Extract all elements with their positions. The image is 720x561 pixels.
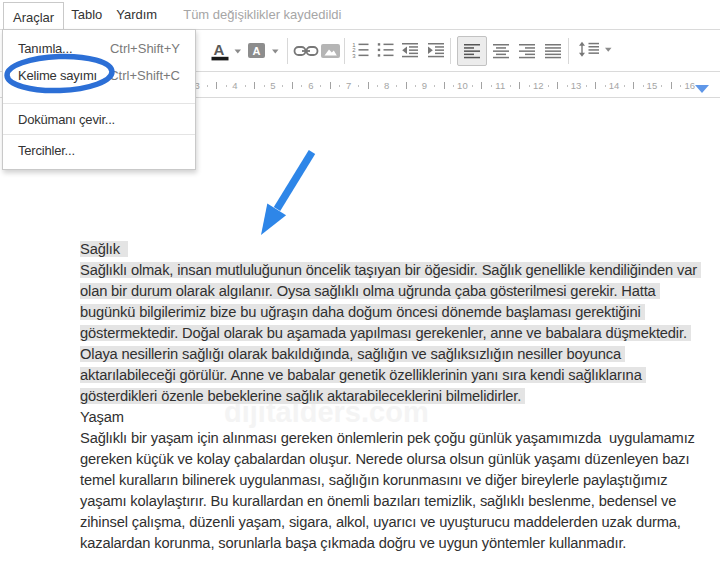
ruler-tick <box>595 82 596 89</box>
menu-item-kelime-sayimi[interactable]: Kelime sayımıCtrl+Shift+C <box>3 62 195 89</box>
ruler-number: 12 <box>528 81 548 91</box>
toolbar-separator <box>287 38 288 64</box>
menu-item-label: Tanımla... <box>18 41 72 56</box>
menu-bar: AraçlarTabloYardım Tüm değişiklikler kay… <box>0 0 720 29</box>
highlight-color-icon: A <box>245 40 281 62</box>
menu-item-label: Tercihler... <box>18 143 75 158</box>
text-line: gösterdikleri özenle bebeklerine sağlık … <box>80 386 701 407</box>
text-line: Sağlıklı olmak, insan mutluluğunun öncel… <box>80 260 701 281</box>
numbered-list-button[interactable]: 123 <box>351 41 370 60</box>
highlight-color-button[interactable]: A <box>245 40 281 62</box>
ruler-number: 15 <box>642 81 662 91</box>
ruler-number: 14 <box>604 81 624 91</box>
ruler-tick <box>330 82 331 89</box>
ruler-tick <box>444 82 445 89</box>
ruler-dot <box>510 85 511 87</box>
text-line: kazalardan korunma, sorunlarla başa çıkm… <box>80 533 701 554</box>
text-line: bugünkü bilgilerimiz bize bu uğraşın dah… <box>80 302 701 323</box>
ruler-dot <box>472 85 473 87</box>
ruler-tick <box>671 82 672 89</box>
align-center-icon <box>492 42 511 61</box>
ruler-dot <box>434 85 435 87</box>
ruler-number: 16 <box>680 81 700 91</box>
bulleted-list-icon <box>376 41 395 60</box>
svg-text:3: 3 <box>352 53 356 59</box>
ruler-tick <box>406 82 407 89</box>
ruler-number: 6 <box>301 81 321 91</box>
text-line: göstermektedir. Doğal olarak bu aşamada … <box>80 323 701 344</box>
ruler-number: 11 <box>490 81 510 91</box>
text-line: aktarılabileceği görülür. Anne ve babala… <box>80 365 701 386</box>
svg-text:A: A <box>214 41 225 58</box>
text-line: temel kuralların bilinerek uygulanması, … <box>80 470 701 491</box>
insert-link-button[interactable] <box>293 40 319 62</box>
ruler-number: 5 <box>263 81 283 91</box>
menu-tablo[interactable]: Tablo <box>64 0 109 29</box>
menu-item-tanimla[interactable]: Tanımla...Ctrl+Shift+Y <box>3 35 195 62</box>
text-line: Olaya nesillerin sağlığı olarak bakıldığ… <box>80 344 701 365</box>
ruler-tick <box>254 82 255 89</box>
ruler-dot <box>548 85 549 87</box>
increase-indent-button[interactable] <box>427 41 446 60</box>
tools-menu: Tanımla...Ctrl+Shift+YKelime sayımıCtrl+… <box>2 29 196 170</box>
text-line: yaşamı kolaylaştırır. Bu kurallardan en … <box>80 491 701 512</box>
document-text[interactable]: Sağlık Sağlıklı olmak, insan mutluluğunu… <box>80 239 701 554</box>
line-spacing-icon <box>578 40 612 59</box>
text-line: Sağlıklı bir yaşam için alınması gereken… <box>80 428 701 449</box>
text-color-button[interactable]: A <box>202 40 242 62</box>
ruler-tick <box>368 82 369 89</box>
ruler-dot <box>207 85 208 87</box>
ruler-dot <box>586 85 587 87</box>
toolbar-separator <box>450 38 451 64</box>
align-left-button[interactable] <box>457 36 487 66</box>
toolbar-separator <box>344 38 345 64</box>
insert-image-button[interactable] <box>320 40 342 62</box>
increase-indent-icon <box>427 41 446 60</box>
arrow-annotation <box>261 152 312 235</box>
ruler-dot <box>358 85 359 87</box>
ruler-dot <box>396 85 397 87</box>
toolbar-separator <box>568 38 569 64</box>
ruler-tick <box>633 82 634 89</box>
justify-full-icon <box>544 42 563 61</box>
menu-araclar[interactable]: Araçlar <box>3 2 64 32</box>
ruler-number: 7 <box>339 81 359 91</box>
insert-image-icon <box>320 40 342 62</box>
decrease-indent-button[interactable] <box>401 41 420 60</box>
menu-yardim[interactable]: Yardım <box>109 0 164 29</box>
menu-item-label: Kelime sayımı <box>18 68 97 83</box>
menu-item-label: Dokümanı çevir... <box>18 112 115 127</box>
save-status: Tüm değişiklikler kaydedildi <box>183 0 341 29</box>
ruler-number: 9 <box>415 81 435 91</box>
svg-text:A: A <box>253 45 261 57</box>
ruler-tick <box>216 82 217 89</box>
bulleted-list-button[interactable] <box>376 41 395 60</box>
insert-link-icon <box>293 40 319 62</box>
ruler-number: 4 <box>225 81 245 91</box>
text-line: olan bir durum olarak algılanır. Oysa sa… <box>80 281 701 302</box>
ruler-dot <box>245 85 246 87</box>
text-line: zihinsel çalışma, düzenli yaşam, sigara,… <box>80 512 701 533</box>
heading: Yaşam <box>80 407 701 428</box>
ruler-number: 13 <box>566 81 586 91</box>
line-spacing-button[interactable] <box>578 40 612 59</box>
justify-full-button[interactable] <box>538 36 568 66</box>
decrease-indent-icon <box>401 41 420 60</box>
ruler-dot <box>661 85 662 87</box>
ruler-dot <box>282 85 283 87</box>
ruler-number: 8 <box>377 81 397 91</box>
menu-item-shortcut: Ctrl+Shift+Y <box>110 41 180 56</box>
ruler-tick <box>292 82 293 89</box>
text-line: gereken küçük ve kolay çabalardan oluşur… <box>80 449 701 470</box>
ruler-dot <box>320 85 321 87</box>
align-left-icon <box>463 42 482 61</box>
ruler-tick <box>557 82 558 89</box>
menu-item-dokumani-cevir[interactable]: Dokümanı çevir... <box>3 104 195 134</box>
ruler-tick <box>481 82 482 89</box>
align-right-icon <box>518 42 537 61</box>
menu-item-shortcut: Ctrl+Shift+C <box>109 68 180 83</box>
ruler-dot <box>624 85 625 87</box>
menu-item-tercihler[interactable]: Tercihler... <box>3 135 195 165</box>
heading: Sağlık <box>80 239 701 260</box>
ruler-number: 10 <box>452 81 472 91</box>
